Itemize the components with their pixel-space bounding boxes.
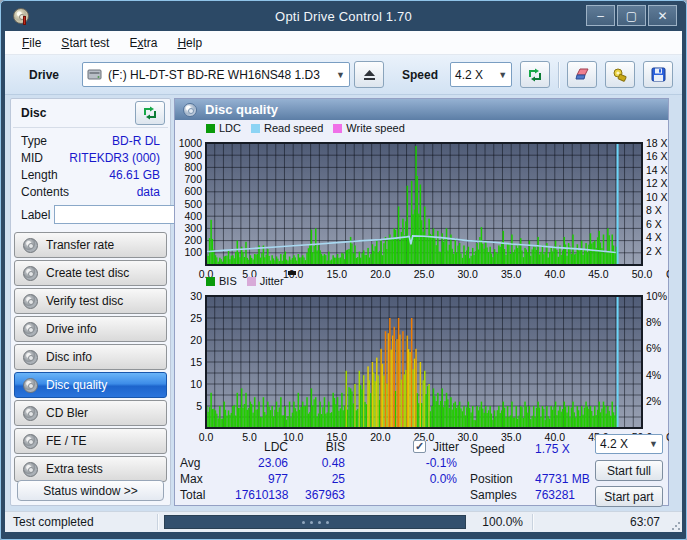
- chevron-down-icon: ▼: [330, 70, 345, 80]
- status-bar: Test completed 100.0% 63:07: [5, 511, 682, 532]
- eject-button[interactable]: [354, 61, 384, 88]
- ldc-column-header: LDC: [235, 440, 288, 454]
- jitter-value: 0.0%: [405, 472, 457, 486]
- sidebar-button-cd-bler[interactable]: CD Bler: [14, 400, 167, 426]
- disc-field-mid: MIDRITEKDR3 (000): [21, 149, 160, 166]
- status-window-button[interactable]: Status window >>: [17, 480, 164, 501]
- svg-text:400: 400: [184, 210, 202, 222]
- content-area: Disc TypeBD-R DLMIDRITEKDR3 (000)Length4…: [5, 95, 682, 511]
- disc-field-length: Length46.61 GB: [21, 166, 160, 183]
- progress-bar: [164, 515, 466, 529]
- svg-text:2%: 2%: [646, 395, 661, 407]
- svg-text:25.0: 25.0: [414, 268, 435, 280]
- svg-text:1000: 1000: [179, 137, 203, 149]
- svg-text:12 X: 12 X: [646, 177, 668, 189]
- svg-text:8 X: 8 X: [646, 204, 662, 216]
- disc-icon: [23, 378, 38, 393]
- usb-plug-icon: [612, 67, 629, 83]
- svg-text:5: 5: [196, 400, 202, 412]
- maximize-button[interactable]: ▢: [617, 5, 646, 26]
- refresh-speeds-button[interactable]: [520, 61, 550, 88]
- refresh-icon: [527, 67, 543, 83]
- window-title: Opti Drive Control 1.70: [1, 9, 686, 24]
- drive-select[interactable]: (F:) HL-DT-ST BD-RE WH16NS48 1.D3 ▼: [82, 62, 350, 87]
- elapsed-time: 63:07: [630, 515, 660, 529]
- svg-text:40.0: 40.0: [545, 268, 566, 280]
- svg-text:800: 800: [184, 161, 202, 173]
- speed-select[interactable]: 4.2 X ▼: [450, 62, 512, 87]
- sidebar-button-drive-info[interactable]: Drive info: [14, 316, 167, 342]
- svg-text:8%: 8%: [646, 316, 661, 328]
- panel-title: Disc quality: [205, 102, 278, 117]
- disc-icon: [23, 238, 38, 253]
- speed-stat-label: Speed: [470, 442, 505, 456]
- start-full-button[interactable]: Start full: [595, 460, 663, 481]
- sidebar-button-transfer-rate[interactable]: Transfer rate: [14, 232, 167, 258]
- svg-text:20: 20: [190, 334, 202, 346]
- refresh-disc-button[interactable]: [135, 101, 165, 125]
- sidebar-button-fe-te[interactable]: FE / TE: [14, 428, 167, 454]
- svg-text:2 X: 2 X: [646, 245, 662, 257]
- disc-panel-title: Disc: [21, 106, 46, 120]
- minimize-button[interactable]: –: [586, 5, 615, 26]
- svg-text:4%: 4%: [646, 369, 661, 381]
- drive-icon: [87, 68, 103, 82]
- resize-grip[interactable]: [671, 521, 681, 531]
- position-stat-value: 47731 MB: [535, 472, 590, 486]
- menu-bar: FileStart testExtraHelp: [5, 31, 682, 55]
- disc-icon: [23, 266, 38, 281]
- menu-item-extra[interactable]: Extra: [120, 33, 166, 53]
- sidebar-button-verify-test-disc[interactable]: Verify test disc: [14, 288, 167, 314]
- legend-mark: [288, 271, 296, 275]
- svg-text:4 X: 4 X: [646, 231, 662, 243]
- menu-item-start-test[interactable]: Start test: [52, 33, 118, 53]
- label-field-label: Label: [21, 208, 50, 222]
- save-button[interactable]: [643, 61, 673, 88]
- progress-percent: 100.0%: [475, 515, 523, 529]
- bis-value: 0.48: [295, 456, 345, 470]
- jitter-checkbox[interactable]: ✓: [413, 440, 426, 453]
- sidebar-button-extra-tests[interactable]: Extra tests: [14, 456, 167, 482]
- legend-item: Read speed: [251, 122, 323, 134]
- eraser-icon: [574, 67, 591, 82]
- device-options-button[interactable]: [605, 61, 635, 88]
- svg-text:600: 600: [184, 185, 202, 197]
- bis-column-header: BIS: [295, 440, 345, 454]
- start-part-button[interactable]: Start part: [595, 486, 663, 507]
- drive-select-value: (F:) HL-DT-ST BD-RE WH16NS48 1.D3: [108, 68, 320, 82]
- app-window: Opti Drive Control 1.70 – ▢ ✕ FileStart …: [0, 0, 687, 540]
- status-text: Test completed: [13, 515, 94, 529]
- svg-text:10%: 10%: [646, 290, 667, 302]
- menu-item-file[interactable]: File: [13, 33, 50, 53]
- position-stat-label: Position: [470, 472, 513, 486]
- svg-text:15.0: 15.0: [327, 268, 348, 280]
- disc-icon: [23, 322, 38, 337]
- speed-stat-value: 1.75 X: [535, 442, 570, 456]
- sidebar-button-create-test-disc[interactable]: Create test disc: [14, 260, 167, 286]
- legend-item: BIS: [206, 275, 237, 287]
- sidebar-button-disc-info[interactable]: Disc info: [14, 344, 167, 370]
- erase-disc-button[interactable]: [567, 61, 597, 88]
- toolbar: Drive (F:) HL-DT-ST BD-RE WH16NS48 1.D3 …: [5, 55, 682, 95]
- close-button[interactable]: ✕: [648, 5, 677, 26]
- svg-text:20.0: 20.0: [370, 268, 391, 280]
- legend-item: LDC: [206, 122, 241, 134]
- test-speed-select[interactable]: 4.2 X▼: [595, 434, 663, 454]
- svg-text:100: 100: [184, 246, 202, 258]
- svg-text:14 X: 14 X: [646, 164, 668, 176]
- svg-text:16 X: 16 X: [646, 150, 668, 162]
- speed-select-value: 4.2 X: [455, 68, 483, 82]
- stats-area: LDCBISAvg23.060.48-0.1%Max977250.0%Total…: [175, 434, 670, 506]
- sidebar-button-disc-quality[interactable]: Disc quality: [14, 372, 167, 398]
- save-icon: [651, 67, 666, 82]
- refresh-icon: [142, 105, 158, 121]
- app-icon: [13, 8, 30, 25]
- svg-text:30.0: 30.0: [457, 268, 478, 280]
- svg-text:300: 300: [184, 222, 202, 234]
- jitter-checkbox-label: Jitter: [433, 440, 459, 454]
- svg-text:6 X: 6 X: [646, 218, 662, 230]
- menu-item-help[interactable]: Help: [168, 33, 211, 53]
- panel-header: Disc quality: [175, 99, 668, 120]
- stat-row-label: Avg: [180, 456, 200, 470]
- bis-value: 367963: [295, 488, 345, 502]
